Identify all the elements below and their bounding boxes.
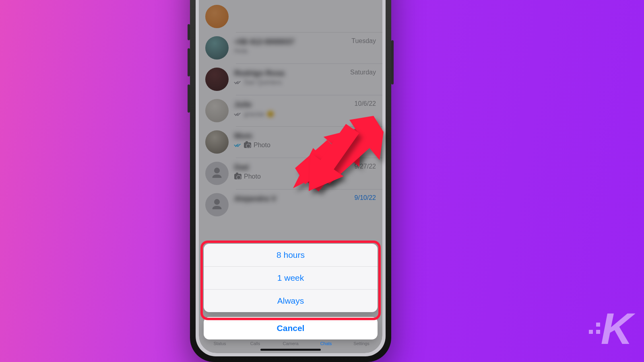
side-button-left-2 — [188, 48, 190, 76]
home-indicator[interactable] — [260, 349, 321, 351]
option-1-week[interactable]: 1 week — [204, 266, 378, 289]
action-sheet: 8 hours 1 week Always Cancel — [204, 244, 378, 339]
phone-screen: +58 412-0000037 Hola Tuesday Rodrigo Ros… — [199, 0, 382, 353]
option-always[interactable]: Always — [204, 289, 378, 312]
watermark-letter: K — [601, 303, 630, 354]
tab-bar: Status Calls Camera Chats Settings — [199, 339, 382, 346]
phone-frame: +58 412-0000037 Hola Tuesday Rodrigo Ros… — [190, 0, 391, 362]
side-button-left-1 — [188, 24, 190, 40]
tab-status[interactable]: Status — [206, 341, 234, 346]
option-8-hours[interactable]: 8 hours — [204, 244, 378, 266]
cancel-button[interactable]: Cancel — [204, 317, 378, 339]
tab-settings[interactable]: Settings — [347, 341, 376, 346]
watermark: K — [589, 303, 630, 354]
tab-camera[interactable]: Camera — [277, 341, 305, 346]
tab-chats[interactable]: Chats — [312, 341, 340, 346]
side-button-right — [391, 40, 394, 84]
action-sheet-group: 8 hours 1 week Always — [204, 244, 378, 312]
side-button-left-3 — [188, 84, 190, 113]
tab-calls[interactable]: Calls — [241, 341, 269, 346]
